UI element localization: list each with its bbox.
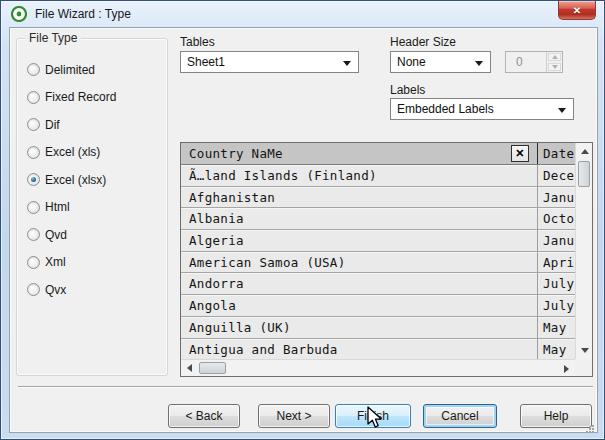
table-row[interactable]: Antigua and Barbuda May [181, 339, 575, 360]
radio-icon [27, 146, 40, 159]
next-button-label: Next > [276, 409, 311, 423]
cell-country: Antigua and Barbuda [181, 339, 537, 360]
spinner-buttons [546, 52, 562, 72]
table-body: Ã…land Islands (Finland) Dece Afghanista… [181, 165, 575, 359]
help-button-label: Help [544, 409, 569, 423]
close-icon: ✕ [573, 5, 581, 16]
labels-select[interactable]: Embedded Labels [390, 98, 574, 120]
radio-selected-icon [27, 173, 40, 186]
vertical-scroll-thumb[interactable] [578, 161, 590, 187]
table-row[interactable]: Ã…land Islands (Finland) Dece [181, 165, 575, 187]
table-row[interactable]: Angola July [181, 295, 575, 317]
button-separator [18, 386, 593, 388]
radio-xml[interactable]: Xml [27, 249, 163, 277]
horizontal-scroll-thumb[interactable] [199, 362, 226, 374]
chevron-down-icon [343, 61, 351, 66]
cancel-button-label: Cancel [441, 409, 478, 423]
scroll-right-icon[interactable] [558, 360, 575, 377]
column-header-label: Country NaMe [189, 146, 283, 161]
radio-delimited[interactable]: Delimited [27, 56, 163, 84]
tables-select[interactable]: Sheet1 [180, 51, 359, 73]
radio-icon [27, 228, 40, 241]
file-type-options: Delimited Fixed Record Dif Excel (xls) E… [27, 56, 163, 304]
radio-qvd[interactable]: Qvd [27, 221, 163, 249]
table-row[interactable]: Albania Octo [181, 208, 575, 230]
scroll-up-icon[interactable] [576, 143, 593, 160]
table-row[interactable]: Andorra July [181, 273, 575, 295]
table-header-row: Country NaMe ✕ Date [181, 143, 575, 165]
file-type-group-label: File Type [25, 31, 81, 45]
resize-grip-icon[interactable] [585, 420, 595, 430]
remove-column-icon: ✕ [515, 143, 525, 164]
radio-icon [27, 91, 40, 104]
spinner-value: 0 [506, 52, 546, 72]
cell-date: Apri [537, 252, 575, 273]
chevron-down-icon [558, 108, 566, 113]
cell-date: July [537, 295, 575, 316]
header-size-select[interactable]: None [390, 51, 491, 73]
labels-label: Labels [390, 83, 425, 97]
labels-value: Embedded Labels [397, 102, 494, 116]
header-size-spinner[interactable]: 0 [505, 51, 563, 73]
radio-fixed-record[interactable]: Fixed Record [27, 84, 163, 112]
header-size-label: Header Size [390, 35, 456, 49]
next-button[interactable]: Next > [258, 404, 330, 428]
dialog-body: File Type Delimited Fixed Record Dif Exc… [9, 27, 598, 433]
radio-qvx[interactable]: Qvx [27, 276, 163, 304]
spinner-up-icon[interactable] [548, 53, 561, 61]
help-button[interactable]: Help [520, 404, 592, 428]
remove-column-button[interactable]: ✕ [511, 145, 529, 162]
cell-country: Anguilla (UK) [181, 317, 537, 338]
radio-icon [27, 256, 40, 269]
radio-label: Xml [45, 255, 66, 269]
radio-dif[interactable]: Dif [27, 111, 163, 139]
scroll-left-icon[interactable] [181, 360, 198, 377]
radio-excel-xlsx[interactable]: Excel (xlsx) [27, 166, 163, 194]
radio-label: Qvx [45, 283, 66, 297]
cell-country: Angola [181, 295, 537, 316]
cell-country: Algeria [181, 230, 537, 251]
table-row[interactable]: Algeria Janu [181, 230, 575, 252]
back-button[interactable]: < Back [168, 404, 240, 428]
radio-label: Fixed Record [45, 90, 116, 104]
finish-button-label: Finish [357, 409, 389, 423]
horizontal-scrollbar[interactable] [181, 359, 575, 376]
cell-date: Dece [537, 165, 575, 186]
title-bar[interactable]: File Wizard : Type ✕ [1, 1, 604, 27]
close-button[interactable]: ✕ [558, 1, 596, 20]
cancel-button[interactable]: Cancel [423, 404, 497, 428]
vertical-scrollbar[interactable] [575, 143, 592, 359]
cell-country: American Samoa (USA) [181, 252, 537, 273]
radio-label: Dif [45, 118, 60, 132]
file-wizard-dialog: File Wizard : Type ✕ File Type Delimited… [0, 0, 605, 440]
header-size-value: None [397, 55, 426, 69]
column-header-date[interactable]: Date [537, 143, 575, 164]
cell-date: Octo [537, 208, 575, 229]
radio-label: Delimited [45, 63, 95, 77]
cell-country: Albania [181, 208, 537, 229]
radio-icon [27, 283, 40, 296]
window-title: File Wizard : Type [35, 7, 131, 21]
radio-icon [27, 118, 40, 131]
column-header-label: Date [543, 146, 574, 161]
back-button-label: < Back [185, 409, 222, 423]
spinner-down-icon[interactable] [548, 63, 561, 71]
radio-label: Excel (xls) [45, 145, 100, 159]
cell-date: May [537, 317, 575, 338]
column-header-country[interactable]: Country NaMe ✕ [181, 143, 537, 164]
table-row[interactable]: Afghanistan Janu [181, 187, 575, 209]
cell-date: Janu [537, 230, 575, 251]
radio-html[interactable]: Html [27, 194, 163, 222]
finish-button[interactable]: Finish [335, 404, 411, 428]
cell-country: Ã…land Islands (Finland) [181, 165, 537, 186]
radio-excel-xls[interactable]: Excel (xls) [27, 139, 163, 167]
tables-value: Sheet1 [187, 55, 225, 69]
preview-table: Country NaMe ✕ Date Ã…land Islands (Finl… [180, 142, 593, 377]
scrollbar-corner [575, 359, 592, 376]
scroll-down-icon[interactable] [576, 342, 593, 359]
radio-label: Excel (xlsx) [45, 173, 106, 187]
radio-icon [27, 201, 40, 214]
table-row[interactable]: American Samoa (USA) Apri [181, 252, 575, 274]
table-row[interactable]: Anguilla (UK) May [181, 317, 575, 339]
radio-icon [27, 63, 40, 76]
